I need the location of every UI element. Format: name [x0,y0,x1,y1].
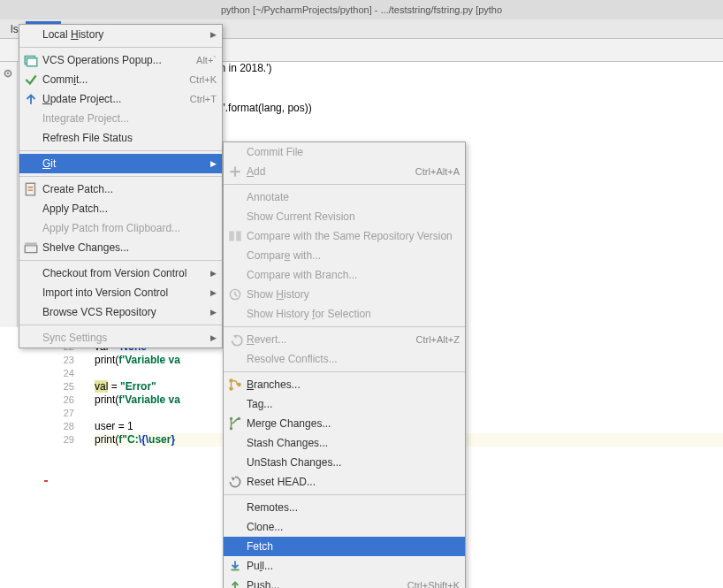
clone-item[interactable]: Clone... [224,517,465,537]
svg-rect-7 [229,231,234,241]
fetch-item[interactable]: Fetch [224,537,465,556]
add-icon [227,164,243,179]
remotes-item[interactable]: Remotes... [224,498,465,517]
gutter-line: 28 [46,420,74,433]
show-history-item: Show History [224,285,465,304]
menu-separator [19,176,222,177]
compare-with-item: Compare with... [224,246,465,265]
svg-rect-4 [26,183,34,195]
svg-rect-6 [25,242,37,245]
svg-rect-3 [27,58,37,66]
git-submenu: Commit File AddCtrl+Alt+A Annotate Show … [223,141,466,588]
gutter-line: 24 [46,367,74,380]
titlebar: python [~/PycharmProjects/python] - .../… [0,0,723,19]
svg-point-14 [230,427,232,430]
gutter-line: 29 [46,433,74,447]
vcs-ops-popup-item[interactable]: VCS Operations Popup...Alt+` [19,50,222,70]
svg-point-1 [7,73,9,74]
compare-branch-item: Compare with Branch... [224,265,465,285]
stash-changes-item[interactable]: Stash Changes... [224,433,465,453]
menu-separator [224,326,465,327]
commit-item[interactable]: Commit...Ctrl+K [19,70,222,89]
push-item[interactable]: Push...Ctrl+Shift+K [224,576,465,588]
tool-strip [0,62,18,327]
revert-item: Revert...Ctrl+Alt+Z [224,330,465,349]
gutter-line: 27 [46,407,74,420]
branch-icon [227,378,243,392]
gutter-line: 26 [46,393,74,407]
create-patch-item[interactable]: Create Patch... [19,179,222,199]
popup-icon [23,53,39,67]
menu-separator [19,150,222,151]
commit-icon [23,73,39,87]
error-stripe [44,480,48,482]
menu-separator [19,260,222,261]
svg-rect-8 [236,231,241,241]
menu-separator [224,494,465,495]
apply-patch-clipboard-item: Apply Patch from Clipboard... [19,218,222,238]
integrate-project-item: Integrate Project... [19,109,222,128]
pull-icon [227,559,243,573]
local-history-item[interactable]: Local History▶ [19,25,222,44]
gutter-line: 25 [46,380,74,393]
svg-rect-5 [25,246,37,253]
refresh-status-item[interactable]: Refresh File Status [19,128,222,148]
resolve-conflicts-item: Resolve Conflicts... [224,349,465,369]
reset-head-item[interactable]: Reset HEAD... [224,472,465,492]
diff-icon [227,229,243,243]
svg-point-13 [230,417,232,420]
apply-patch-item[interactable]: Apply Patch... [19,199,222,218]
annotate-item: Annotate [224,187,465,207]
gutter-line: 23 [46,354,74,367]
titlebar-text: python [~/PycharmProjects/python] - .../… [221,4,502,15]
reset-icon [227,475,243,489]
commit-file-item: Commit File [224,142,465,162]
checkout-vc-item[interactable]: Checkout from Version Control▶ [19,263,222,283]
svg-point-10 [229,378,233,383]
merge-icon [227,416,243,431]
patch-icon [23,182,39,196]
shelve-icon [23,241,39,255]
update-icon [23,92,39,106]
import-vc-item[interactable]: Import into Version Control▶ [19,283,222,302]
revert-icon [227,332,243,347]
show-revision-item: Show Current Revision [224,207,465,226]
add-item: AddCtrl+Alt+A [224,162,465,181]
menu-separator [19,325,222,325]
show-history-sel-item: Show History for Selection [224,304,465,324]
svg-point-11 [229,386,233,391]
menu-separator [19,47,222,48]
update-project-item[interactable]: Update Project...Ctrl+T [19,89,222,109]
menu-separator [224,371,465,372]
pull-item[interactable]: Pull... [224,556,465,576]
browse-vcs-item[interactable]: Browse VCS Repository▶ [19,302,222,322]
gear-icon[interactable] [2,67,14,80]
merge-changes-item[interactable]: Merge Changes... [224,414,465,433]
sync-settings-item: Sync Settings▶ [19,328,222,347]
compare-same-item: Compare with the Same Repository Version [224,226,465,246]
push-icon [227,578,243,588]
history-icon [227,287,243,302]
git-submenu-item[interactable]: Git▶ [19,154,222,173]
shelve-changes-item[interactable]: Shelve Changes... [19,238,222,257]
unstash-changes-item[interactable]: UnStash Changes... [224,453,465,472]
vcs-menu: Local History▶ VCS Operations Popup...Al… [19,24,223,348]
tag-item[interactable]: Tag... [224,394,465,414]
branches-item[interactable]: Branches... [224,375,465,394]
svg-point-15 [238,417,240,420]
menu-separator [224,184,465,185]
